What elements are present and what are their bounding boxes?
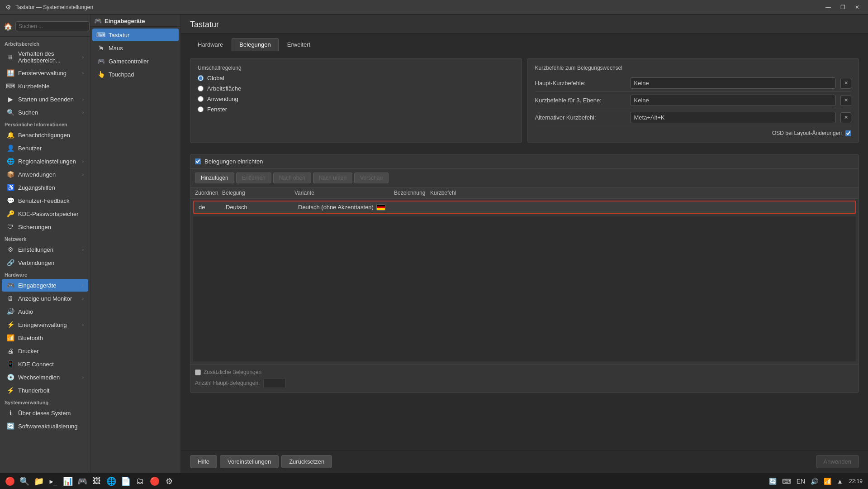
preview-button[interactable]: Vorschau xyxy=(354,173,389,183)
haupt-clear-btn[interactable]: ✕ xyxy=(840,78,851,89)
taskbar-wifi-icon[interactable]: 📶 xyxy=(822,477,833,486)
taskbar-update-icon[interactable]: 🔄 xyxy=(768,477,778,486)
zuruecksetzen-button[interactable]: Zurücksetzen xyxy=(281,455,332,468)
taskbar-icon-11[interactable]: ⚙ xyxy=(163,475,175,488)
taskbar-en-label[interactable]: EN xyxy=(795,477,806,486)
taskbar-icon-1[interactable]: 🔍 xyxy=(18,475,31,488)
sidebar-item-kde-connect[interactable]: 📱 KDE Connect xyxy=(2,358,88,370)
alternativ-input[interactable] xyxy=(630,112,836,123)
sidebar-item-starten[interactable]: ▶ Starten und Beenden › xyxy=(2,93,88,105)
anzahl-input[interactable] xyxy=(263,378,286,388)
sidebar-item-verbindungen[interactable]: 🔗 Verbindungen xyxy=(2,256,88,269)
taskbar-icon-3[interactable]: ▶_ xyxy=(47,475,60,488)
radio-arbeitsflaeche-input[interactable] xyxy=(198,86,204,91)
sidebar-item-thunderbolt[interactable]: ⚡ Thunderbolt xyxy=(2,384,88,397)
anzeige-icon: 🖥 xyxy=(6,294,14,302)
tab-erweitert[interactable]: Erweitert xyxy=(280,38,318,51)
anwenden-button[interactable]: Anwenden xyxy=(816,455,859,468)
table-row[interactable]: de Deutsch Deutsch (ohne Akzenttasten) xyxy=(193,201,856,214)
sidebar-item-suchen[interactable]: 🔍 Suchen › xyxy=(2,106,88,119)
maus-label: Maus xyxy=(109,45,174,52)
sidebar-item-verhalten[interactable]: 🖥 Verhalten des Arbeitsbereich... › xyxy=(2,48,88,66)
tab-hardware[interactable]: Hardware xyxy=(190,38,231,51)
benutzer-icon: 👤 xyxy=(6,144,14,152)
thunderbolt-icon: ⚡ xyxy=(6,386,14,394)
close-button[interactable]: ✕ xyxy=(851,2,863,12)
sub-sidebar-item-tastatur[interactable]: ⌨ Tastatur xyxy=(92,29,179,41)
sidebar-item-sicherungen[interactable]: 🛡 Sicherungen xyxy=(2,221,88,233)
taskbar-icon-5[interactable]: 🎮 xyxy=(76,475,89,488)
sidebar-item-anzeige[interactable]: 🖥 Anzeige und Monitor › xyxy=(2,292,88,305)
zusatz-label: Zusätzliche Belegungen xyxy=(204,369,261,375)
starten-label: Starten und Beenden xyxy=(18,96,79,103)
radio-arbeitsflaeche[interactable]: Arbeitsfläche xyxy=(198,85,514,92)
osd-checkbox[interactable] xyxy=(845,130,851,136)
haupt-input[interactable] xyxy=(630,77,836,89)
passwort-icon: 🔑 xyxy=(6,210,14,218)
section-title-arbeitsbereich: Arbeitsbereich xyxy=(0,38,90,48)
tab-belegungen[interactable]: Belegungen xyxy=(232,38,278,51)
ebene3-input[interactable] xyxy=(630,95,836,106)
belegungen-einrichten-checkbox[interactable] xyxy=(195,158,201,164)
taskbar-icon-2[interactable]: 📁 xyxy=(33,475,45,488)
verhalten-label: Verhalten des Arbeitsbereich... xyxy=(18,50,79,64)
sidebar-item-kurzbefehle[interactable]: ⌨ Kurzbefehle xyxy=(2,80,88,92)
taskbar-arrow-icon[interactable]: ▲ xyxy=(835,477,844,486)
restore-button[interactable]: ❐ xyxy=(836,2,849,12)
down-button[interactable]: Nach unten xyxy=(313,173,352,183)
sidebar-item-benachrichtigungen[interactable]: 🔔 Benachrichtigungen xyxy=(2,129,88,141)
radio-anwendung[interactable]: Anwendung xyxy=(198,96,514,102)
taskbar-icon-6[interactable]: 🖼 xyxy=(90,475,103,488)
add-button[interactable]: Hinzufügen xyxy=(195,173,234,183)
sidebar-item-bluetooth[interactable]: 📶 Bluetooth xyxy=(2,331,88,344)
radio-fenster-input[interactable] xyxy=(198,106,204,112)
sidebar-item-fensterverwaltung[interactable]: 🪟 Fensterverwaltung › xyxy=(2,67,88,79)
sidebar-item-audio[interactable]: 🔊 Audio xyxy=(2,305,88,318)
app-icon: ⚙ xyxy=(5,4,12,11)
einstellungen-arrow: › xyxy=(82,247,84,252)
home-button[interactable]: 🏠 xyxy=(4,20,13,33)
sub-sidebar-item-gamecontroller[interactable]: 🎮 Gamecontroller xyxy=(92,55,179,67)
hilfe-button[interactable]: Hilfe xyxy=(190,455,217,468)
taskbar-icon-9[interactable]: 🗂 xyxy=(134,475,147,488)
zusatz-check: Zusätzliche Belegungen xyxy=(195,369,261,375)
taskbar-icon-8[interactable]: 📄 xyxy=(119,475,132,488)
sidebar-item-ueber[interactable]: ℹ Über dieses System xyxy=(2,407,88,419)
search-input[interactable] xyxy=(15,21,90,31)
kurzbefehle-panel: Kurzbefehle zum Belegungswechsel Haupt-K… xyxy=(527,58,859,143)
taskbar-icon-0[interactable]: 🔴 xyxy=(4,475,16,488)
taskbar-icon-4[interactable]: 📊 xyxy=(62,475,74,488)
sidebar-item-kde-passwort[interactable]: 🔑 KDE-Passwortspeicher xyxy=(2,207,88,220)
ebene3-clear-btn[interactable]: ✕ xyxy=(840,95,851,106)
sidebar-item-regionaleinstellungen[interactable]: 🌐 Regionaleinstellungen › xyxy=(2,155,88,168)
up-button[interactable]: Nach oben xyxy=(273,173,311,183)
sidebar-item-drucker[interactable]: 🖨 Drucker xyxy=(2,345,88,357)
sidebar-item-software[interactable]: 🔄 Softwareaktualisierung xyxy=(2,420,88,432)
alternativ-clear-btn[interactable]: ✕ xyxy=(840,112,851,123)
remove-button[interactable]: Entfernen xyxy=(236,173,271,183)
radio-global[interactable]: Global xyxy=(198,75,514,82)
radio-fenster[interactable]: Fenster xyxy=(198,106,514,113)
minimize-button[interactable]: — xyxy=(822,2,835,12)
radio-global-input[interactable] xyxy=(198,75,204,81)
fensterverwaltung-label: Fensterverwaltung xyxy=(18,70,79,77)
taskbar-keyboard-icon[interactable]: ⌨ xyxy=(781,477,792,486)
taskbar-icon-10[interactable]: 🔴 xyxy=(148,475,161,488)
voreinstellungen-button[interactable]: Voreinstellungen xyxy=(220,455,279,468)
taskbar-volume-icon[interactable]: 🔊 xyxy=(809,477,820,486)
sidebar-item-einstellungen[interactable]: ⚙ Einstellungen › xyxy=(2,243,88,256)
sidebar-item-wechselmedien[interactable]: 💿 Wechselmedien › xyxy=(2,371,88,384)
zusatz-checkbox[interactable] xyxy=(195,369,201,375)
sidebar-item-benutzer-feedback[interactable]: 💬 Benutzer-Feedback xyxy=(2,194,88,207)
sidebar-item-benutzer[interactable]: 👤 Benutzer xyxy=(2,142,88,154)
taskbar-icon-7[interactable]: 🌐 xyxy=(105,475,118,488)
sidebar-item-energie[interactable]: ⚡ Energieverwaltung › xyxy=(2,318,88,331)
sidebar-item-zugangshilfen[interactable]: ♿ Zugangshilfen xyxy=(2,181,88,194)
sidebar-header: 🏠 ☰ xyxy=(0,18,90,37)
belegungen-section: Belegungen einrichten Hinzufügen Entfern… xyxy=(190,154,859,393)
sub-sidebar-item-maus[interactable]: 🖱 Maus xyxy=(92,42,179,54)
radio-anwendung-input[interactable] xyxy=(198,96,204,102)
sidebar-item-anwendungen[interactable]: 📦 Anwendungen › xyxy=(2,168,88,181)
sub-sidebar-item-touchpad[interactable]: 👆 Touchpad xyxy=(92,68,179,81)
sidebar-item-eingabegeraete[interactable]: 🎮 Eingabegeräte › xyxy=(2,279,88,292)
